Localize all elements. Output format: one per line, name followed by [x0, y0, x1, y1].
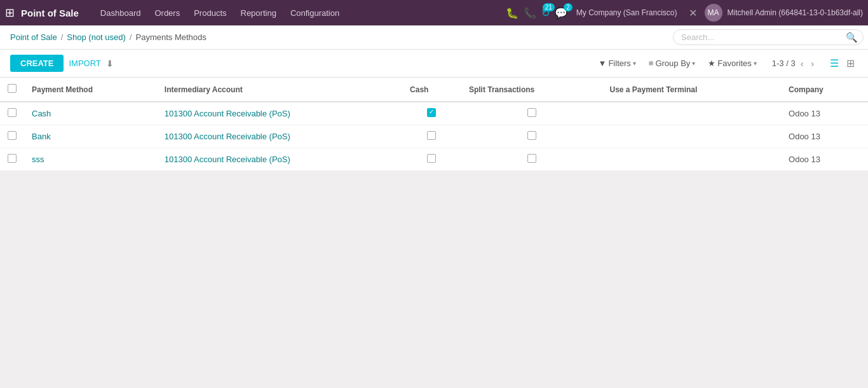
row-split — [461, 148, 602, 171]
search-icon[interactable]: 🔍 — [846, 32, 858, 43]
search-area: 🔍 — [673, 29, 858, 45]
breadcrumb-current: Payments Methods — [135, 32, 206, 42]
row-company: Odoo 13 — [781, 148, 868, 171]
split-checkbox[interactable] — [527, 108, 536, 117]
table-header-row: Payment Method Intermediary Account Cash… — [0, 78, 868, 102]
grid-view-button[interactable]: ⊞ — [843, 56, 858, 71]
view-toggle: ☰ ⊞ — [827, 56, 858, 71]
row-company: Odoo 13 — [781, 125, 868, 148]
prev-page-button[interactable]: ‹ — [798, 57, 806, 70]
download-button[interactable]: ⬇ — [106, 59, 114, 69]
favorites-button[interactable]: ★ Favorites ▾ — [703, 56, 761, 71]
filters-arrow: ▾ — [633, 60, 636, 67]
menu-dashboard[interactable]: Dashboard — [94, 6, 147, 20]
list-view-button[interactable]: ☰ — [827, 56, 842, 71]
row-checkbox[interactable] — [8, 154, 17, 163]
breadcrumb-sep-2: / — [130, 32, 132, 42]
groupby-icon: ≡ — [649, 59, 654, 68]
bug-icon[interactable]: 🐛 — [506, 7, 519, 19]
table-row: Bank101300 Account Receivable (PoS)Odoo … — [0, 125, 868, 148]
grid-icon[interactable]: ⊞ — [5, 6, 15, 20]
avatar[interactable]: MA — [705, 4, 722, 22]
next-page-button[interactable]: › — [808, 57, 817, 70]
pagination: 1-3 / 3 ‹ › — [772, 57, 817, 70]
header-company: Company — [781, 78, 868, 102]
menu-configuration[interactable]: Configuration — [284, 6, 346, 20]
row-checkbox[interactable] — [8, 131, 17, 140]
header-payment-method: Payment Method — [24, 78, 157, 102]
split-checkbox[interactable] — [527, 154, 536, 163]
row-terminal — [602, 125, 781, 148]
top-navigation: ⊞ Point of Sale Dashboard Orders Product… — [0, 0, 868, 25]
filter-icon: ▼ — [599, 59, 607, 68]
groupby-arrow: ▾ — [692, 60, 695, 67]
cash-checkbox[interactable] — [427, 108, 436, 117]
breadcrumb-pos[interactable]: Point of Sale — [10, 32, 57, 42]
row-intermediary[interactable]: 101300 Account Receivable (PoS) — [157, 148, 402, 171]
row-checkbox-cell — [0, 125, 24, 148]
company-selector[interactable]: My Company (San Francisco) — [576, 8, 677, 17]
star-icon: ★ — [708, 59, 715, 68]
username[interactable]: Mitchell Admin (664841-13-0-1b63df-all) — [728, 8, 863, 17]
breadcrumb-row: Point of Sale / Shop (not used) / Paymen… — [0, 25, 868, 50]
row-terminal — [602, 148, 781, 171]
header-intermediary: Intermediary Account — [157, 78, 402, 102]
row-checkbox-cell — [0, 102, 24, 125]
table-container: Payment Method Intermediary Account Cash… — [0, 78, 868, 171]
search-input[interactable] — [673, 29, 864, 45]
header-cash: Cash — [402, 78, 461, 102]
pagination-info: 1-3 / 3 — [772, 59, 796, 68]
menu-orders[interactable]: Orders — [148, 6, 186, 20]
header-terminal: Use a Payment Terminal — [602, 78, 781, 102]
activity-icon[interactable]: ↻ 21 — [541, 7, 550, 19]
row-terminal — [602, 102, 781, 125]
row-cash — [402, 148, 461, 171]
breadcrumb-shop[interactable]: Shop (not used) — [67, 32, 126, 42]
app-name[interactable]: Point of Sale — [21, 8, 79, 18]
actions-row: CREATE IMPORT ⬇ ▼ Filters ▾ ≡ Group By ▾… — [0, 50, 868, 78]
message-badge: 2 — [564, 3, 573, 11]
groupby-button[interactable]: ≡ Group By ▾ — [644, 56, 701, 71]
menu-products[interactable]: Products — [187, 6, 233, 20]
row-payment-method[interactable]: Cash — [24, 102, 157, 125]
close-icon[interactable]: ✕ — [689, 7, 697, 19]
filters-button[interactable]: ▼ Filters ▾ — [593, 56, 641, 71]
cash-checkbox[interactable] — [427, 154, 436, 163]
message-icon[interactable]: 💬 2 — [555, 7, 567, 19]
filter-controls: ▼ Filters ▾ ≡ Group By ▾ ★ Favorites ▾ — [593, 56, 762, 71]
row-payment-method[interactable]: sss — [24, 148, 157, 171]
activity-badge: 21 — [543, 3, 555, 11]
select-all-checkbox[interactable] — [8, 84, 17, 93]
header-checkbox-cell — [0, 78, 24, 102]
main-menu: Dashboard Orders Products Reporting Conf… — [94, 6, 503, 20]
row-intermediary[interactable]: 101300 Account Receivable (PoS) — [157, 102, 402, 125]
row-checkbox[interactable] — [8, 108, 17, 117]
create-button[interactable]: CREATE — [10, 55, 64, 72]
phone-icon[interactable]: 📞 — [524, 7, 536, 19]
cash-checkbox[interactable] — [427, 131, 436, 140]
row-cash — [402, 102, 461, 125]
split-checkbox[interactable] — [527, 131, 536, 140]
row-checkbox-cell — [0, 148, 24, 171]
row-cash — [402, 125, 461, 148]
row-intermediary[interactable]: 101300 Account Receivable (PoS) — [157, 125, 402, 148]
menu-reporting[interactable]: Reporting — [234, 6, 283, 20]
payments-table: Payment Method Intermediary Account Cash… — [0, 78, 868, 171]
topnav-icons: 🐛 📞 ↻ 21 💬 2 My Company (San Francisco) … — [506, 4, 863, 22]
row-company: Odoo 13 — [781, 102, 868, 125]
table-row: Cash101300 Account Receivable (PoS)Odoo … — [0, 102, 868, 125]
header-split: Split Transactions — [461, 78, 602, 102]
table-row: sss101300 Account Receivable (PoS)Odoo 1… — [0, 148, 868, 171]
breadcrumb-sep-1: / — [61, 32, 64, 42]
import-button[interactable]: IMPORT — [69, 59, 100, 68]
favorites-arrow: ▾ — [754, 60, 757, 67]
row-payment-method[interactable]: Bank — [24, 125, 157, 148]
row-split — [461, 102, 602, 125]
row-split — [461, 125, 602, 148]
